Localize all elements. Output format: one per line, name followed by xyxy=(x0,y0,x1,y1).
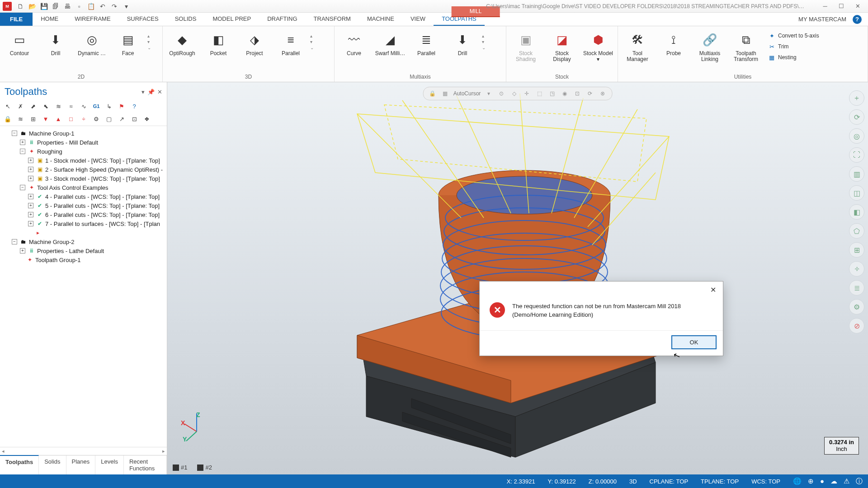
btab-solids[interactable]: Solids xyxy=(39,455,66,474)
expander-icon[interactable]: + xyxy=(28,194,33,199)
gallery-2d-more[interactable]: ▴▾⌄ xyxy=(147,28,155,50)
btn-project[interactable]: ⬗Project xyxy=(238,28,271,59)
vp-snap4-icon[interactable]: ⬚ xyxy=(535,89,544,98)
vp-dd-icon[interactable]: ▾ xyxy=(484,89,493,98)
vp-snap6-icon[interactable]: ◉ xyxy=(560,89,569,98)
rail-rotate-icon[interactable]: ⟳ xyxy=(849,109,864,125)
tree-node[interactable]: 6 - Parallel cuts - [WCS: Top] - [Tplane… xyxy=(45,211,160,218)
gallery-3d-more[interactable]: ▴▾⌄ xyxy=(310,28,317,50)
tab-solids[interactable]: SOLIDS xyxy=(167,13,205,26)
btn-parallel-3d[interactable]: ≡Parallel xyxy=(274,28,307,59)
tb-misc2-icon[interactable]: ❖ xyxy=(142,114,152,124)
expander-icon[interactable]: + xyxy=(28,158,33,163)
rail-cancel-icon[interactable]: ⊘ xyxy=(849,318,864,333)
status-sphere-icon[interactable]: ● xyxy=(820,477,824,486)
viewport-tab-2[interactable]: #2 xyxy=(194,463,214,472)
qat-print-icon[interactable]: 🖶 xyxy=(62,1,72,11)
file-tab[interactable]: FILE xyxy=(0,13,33,26)
tb-wave2-icon[interactable]: ≈ xyxy=(66,101,76,111)
btn-stock-display[interactable]: ◪Stock Display xyxy=(545,28,579,65)
status-wire-icon[interactable]: ⊕ xyxy=(808,477,814,486)
tree-node[interactable]: 7 - Parallel to surfaces - [WCS: Top] - … xyxy=(45,221,160,227)
panel-hscroll[interactable]: ◂▸ xyxy=(0,447,167,455)
tb-div-icon[interactable]: ÷ xyxy=(79,114,89,124)
expander-icon[interactable]: + xyxy=(28,221,33,226)
expander-icon[interactable]: + xyxy=(20,140,25,145)
qat-paste-icon[interactable]: 📋 xyxy=(86,1,96,11)
tb-x-icon[interactable]: ✗ xyxy=(15,101,25,111)
btab-levels[interactable]: Levels xyxy=(95,455,124,474)
tb-stop-icon[interactable]: □ xyxy=(66,114,76,124)
rail-misc2-icon[interactable]: ✧ xyxy=(849,261,864,277)
qat-undo-icon[interactable]: ↶ xyxy=(98,1,108,11)
tree-node[interactable]: Properties - Mill Default xyxy=(37,139,98,146)
my-mastercam-link[interactable]: MY MASTERCAM xyxy=(798,16,846,23)
operations-tree[interactable]: −🖿Machine Group-1 +ⅲProperties - Mill De… xyxy=(0,126,167,447)
rail-fit-icon[interactable]: ⛶ xyxy=(849,147,864,163)
rail-gear-icon[interactable]: ⚙ xyxy=(849,299,864,314)
btn-swarf[interactable]: ◢Swarf Milli… xyxy=(373,28,407,59)
gallery-mx-more[interactable]: ▴▾⌄ xyxy=(482,28,489,50)
btn-face[interactable]: ▤Face xyxy=(111,28,145,59)
btn-drill-2d[interactable]: ⬇Drill xyxy=(39,28,72,59)
tb-wave4-icon[interactable]: ≋ xyxy=(15,114,25,124)
tb-lock-icon[interactable]: 🔒 xyxy=(3,114,13,124)
tb-up-icon[interactable]: ▲ xyxy=(53,114,63,124)
btn-parallel-mx[interactable]: ≣Parallel xyxy=(410,28,443,59)
qat-save-icon[interactable]: 💾 xyxy=(39,1,49,11)
status-warn-icon[interactable]: ⚠ xyxy=(844,477,849,486)
vp-grid-icon[interactable]: ▦ xyxy=(441,89,450,98)
tree-node[interactable]: Tool Axis Control Examples xyxy=(37,184,108,191)
tb-tree-icon[interactable]: ⊞ xyxy=(28,114,38,124)
expander-icon[interactable]: + xyxy=(20,248,25,253)
vp-snap1-icon[interactable]: ⊙ xyxy=(497,89,506,98)
rail-iso-icon[interactable]: ⬠ xyxy=(849,223,864,239)
expander-icon[interactable]: − xyxy=(20,185,25,190)
qat-open-icon[interactable]: 📂 xyxy=(27,1,37,11)
tree-node[interactable]: 3 - Stock model - [WCS: Top] - [Tplane: … xyxy=(45,175,160,182)
btn-dynamic[interactable]: ◎Dynamic … xyxy=(75,28,108,59)
tb-axis-icon[interactable]: ↳ xyxy=(104,101,114,111)
tb-arrow-icon[interactable]: ↗ xyxy=(117,114,127,124)
help-icon[interactable]: ? xyxy=(853,15,862,24)
status-tplane[interactable]: TPLANE: TOP xyxy=(701,478,739,485)
vp-snap8-icon[interactable]: ⟳ xyxy=(585,89,594,98)
expander-icon[interactable]: + xyxy=(28,212,33,217)
qat-redo-icon[interactable]: ↷ xyxy=(109,1,119,11)
qat-saveas-icon[interactable]: 🗐 xyxy=(51,1,61,11)
tab-transform[interactable]: TRANSFORM xyxy=(306,13,359,26)
vp-snap9-icon[interactable]: ⊗ xyxy=(598,89,607,98)
btab-planes[interactable]: Planes xyxy=(66,455,96,474)
tree-node[interactable]: 2 - Surface High Speed (Dynamic OptiRest… xyxy=(45,166,163,173)
vp-snap7-icon[interactable]: ⊡ xyxy=(573,89,582,98)
rail-cube-icon[interactable]: ◧ xyxy=(849,204,864,220)
tree-node[interactable]: Roughing xyxy=(37,148,62,155)
vp-lock-icon[interactable]: 🔒 xyxy=(428,89,437,98)
btn-probe[interactable]: ⟟Probe xyxy=(657,28,690,59)
qat-new-icon[interactable]: 🗋 xyxy=(15,1,25,11)
tb-help-icon[interactable]: ? xyxy=(129,101,139,111)
autocursor-label[interactable]: AutoCursor xyxy=(453,90,481,97)
tree-node[interactable]: Machine Group-2 xyxy=(29,239,74,245)
maximize-icon[interactable]: ☐ xyxy=(834,1,849,11)
tab-machine[interactable]: MACHINE xyxy=(359,13,402,26)
btn-pocket[interactable]: ◧Pocket xyxy=(202,28,235,59)
btab-toolpaths[interactable]: Toolpaths xyxy=(0,455,39,474)
vp-snap2-icon[interactable]: ◇ xyxy=(509,89,519,98)
expander-icon[interactable]: + xyxy=(28,176,33,181)
tree-node[interactable]: 5 - Parallel cuts - [WCS: Top] - [Tplane… xyxy=(45,202,160,209)
graphics-viewport[interactable]: 🔒 ▦ AutoCursor ▾ ⊙ ◇ ✛ ⬚ ◳ ◉ ⊡ ⟳ ⊗ Z X Y xyxy=(167,82,868,474)
tab-surfaces[interactable]: SURFACES xyxy=(119,13,167,26)
panel-dropdown-icon[interactable]: ▾ xyxy=(142,89,145,95)
rail-target-icon[interactable]: ◎ xyxy=(849,128,864,144)
btn-convert-5axis[interactable]: ✦Convert to 5-axis xyxy=(765,31,822,41)
panel-pin-icon[interactable]: 📌 xyxy=(147,89,155,95)
status-wcs[interactable]: WCS: TOP xyxy=(751,478,780,485)
btn-tp-transform[interactable]: ⧉Toolpath Transform xyxy=(729,28,763,65)
btab-recent[interactable]: Recent Functions xyxy=(124,455,167,474)
tb-misc1-icon[interactable]: ⊡ xyxy=(129,114,139,124)
expander-icon[interactable]: − xyxy=(20,149,25,154)
tb-select-op-icon[interactable]: ⬈ xyxy=(28,101,38,111)
rail-layers-icon[interactable]: ≣ xyxy=(849,280,864,296)
rail-view2-icon[interactable]: ◫ xyxy=(849,185,864,201)
